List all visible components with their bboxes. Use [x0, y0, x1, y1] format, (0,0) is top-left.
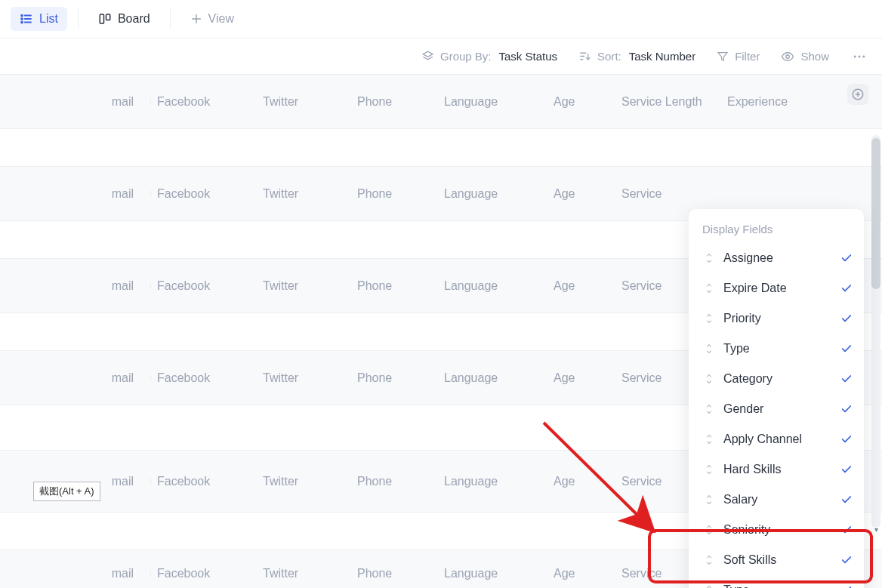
- drag-handle-icon[interactable]: [702, 555, 716, 565]
- col-email[interactable]: mail: [0, 187, 151, 201]
- table-area: mail Facebook Twitter Phone Language Age…: [0, 74, 882, 588]
- svg-marker-10: [423, 51, 433, 57]
- col-phone[interactable]: Phone: [351, 475, 438, 488]
- display-field-label: Apply Channel: [723, 433, 840, 446]
- col-email[interactable]: mail: [0, 279, 151, 293]
- drag-handle-icon[interactable]: [702, 464, 716, 475]
- check-icon: [840, 463, 853, 476]
- drag-handle-icon[interactable]: [702, 374, 716, 384]
- col-language[interactable]: Language: [438, 279, 547, 293]
- col-age[interactable]: Age: [547, 475, 615, 488]
- stack-icon: [421, 50, 434, 63]
- col-facebook[interactable]: Facebook: [151, 187, 257, 201]
- col-email[interactable]: mail: [0, 567, 151, 580]
- display-field-salary[interactable]: Salary: [693, 485, 859, 515]
- check-icon: [840, 433, 853, 445]
- col-twitter[interactable]: Twitter: [257, 475, 351, 488]
- col-language[interactable]: Language: [438, 187, 547, 201]
- scrollbar-thumb[interactable]: [871, 138, 880, 289]
- display-field-priority[interactable]: Priority: [693, 303, 859, 334]
- display-field-soft-skills[interactable]: Soft Skills: [693, 545, 859, 575]
- display-field-type[interactable]: Type: [693, 575, 859, 588]
- col-twitter[interactable]: Twitter: [257, 371, 351, 385]
- col-age[interactable]: Age: [547, 567, 615, 580]
- add-view-button[interactable]: View: [181, 7, 243, 31]
- drag-handle-icon[interactable]: [702, 434, 716, 445]
- col-facebook[interactable]: Facebook: [151, 371, 257, 385]
- display-field-label: Type: [723, 342, 840, 356]
- display-field-seniority[interactable]: Seniority: [693, 515, 859, 545]
- plus-icon: [190, 13, 202, 25]
- display-field-hard-skills[interactable]: Hard Skills: [693, 454, 859, 485]
- filter-control[interactable]: Filter: [717, 50, 760, 63]
- col-language[interactable]: Language: [438, 567, 547, 580]
- display-field-label: Salary: [723, 493, 840, 506]
- divider: [78, 8, 79, 29]
- display-field-expire-date[interactable]: Expire Date: [693, 273, 859, 303]
- drag-handle-icon[interactable]: [702, 343, 716, 354]
- drag-handle-icon[interactable]: [702, 253, 716, 263]
- add-column-button[interactable]: [847, 84, 868, 105]
- svg-marker-14: [718, 52, 727, 60]
- display-field-label: Gender: [723, 402, 840, 416]
- display-field-label: Category: [723, 372, 840, 386]
- col-language[interactable]: Language: [438, 371, 547, 385]
- col-facebook[interactable]: Facebook: [151, 475, 257, 488]
- display-field-label: Seniority: [723, 523, 840, 537]
- col-phone[interactable]: Phone: [351, 95, 438, 109]
- col-age[interactable]: Age: [547, 279, 615, 293]
- drag-handle-icon[interactable]: [702, 283, 716, 294]
- add-view-label: View: [208, 12, 234, 26]
- col-language[interactable]: Language: [438, 475, 547, 488]
- drag-handle-icon[interactable]: [702, 404, 716, 414]
- svg-point-0: [21, 15, 23, 17]
- check-icon: [840, 584, 853, 588]
- col-facebook[interactable]: Facebook: [151, 567, 257, 580]
- col-facebook[interactable]: Facebook: [151, 95, 257, 109]
- drag-handle-icon[interactable]: [702, 313, 716, 324]
- col-phone[interactable]: Phone: [351, 187, 438, 201]
- show-control[interactable]: Show: [781, 50, 829, 63]
- sort-icon: [578, 50, 591, 63]
- col-phone[interactable]: Phone: [351, 567, 438, 580]
- check-icon: [840, 403, 853, 415]
- col-age[interactable]: Age: [547, 95, 615, 109]
- drag-handle-icon[interactable]: [702, 525, 716, 535]
- scrollbar-arrow-down-icon[interactable]: ▾: [871, 525, 880, 534]
- check-icon: [840, 312, 853, 325]
- col-phone[interactable]: Phone: [351, 371, 438, 385]
- col-experience[interactable]: Experience: [721, 95, 819, 109]
- col-age[interactable]: Age: [547, 371, 615, 385]
- col-service-length[interactable]: Service Length: [615, 95, 721, 109]
- display-field-label: Assignee: [723, 251, 840, 265]
- svg-point-2: [21, 18, 23, 20]
- display-field-category[interactable]: Category: [693, 364, 859, 394]
- col-twitter[interactable]: Twitter: [257, 279, 351, 293]
- display-field-apply-channel[interactable]: Apply Channel: [693, 424, 859, 454]
- more-menu-button[interactable]: [850, 48, 868, 66]
- display-field-label: Priority: [723, 312, 840, 325]
- group-by-control[interactable]: Group By: Task Status: [421, 50, 557, 63]
- view-tab-board[interactable]: Board: [89, 7, 159, 31]
- col-email[interactable]: mail: [0, 95, 151, 109]
- check-icon: [840, 524, 853, 536]
- col-age[interactable]: Age: [547, 187, 615, 201]
- col-twitter[interactable]: Twitter: [257, 567, 351, 580]
- col-twitter[interactable]: Twitter: [257, 187, 351, 201]
- display-field-type[interactable]: Type: [693, 334, 859, 364]
- col-email[interactable]: mail: [0, 371, 151, 385]
- col-facebook[interactable]: Facebook: [151, 279, 257, 293]
- col-twitter[interactable]: Twitter: [257, 95, 351, 109]
- group-spacer: [0, 129, 882, 167]
- view-tab-list[interactable]: List: [11, 7, 67, 31]
- display-field-gender[interactable]: Gender: [693, 394, 859, 424]
- col-language[interactable]: Language: [438, 95, 547, 109]
- display-field-assignee[interactable]: Assignee: [693, 243, 859, 273]
- drag-handle-icon[interactable]: [702, 585, 716, 588]
- drag-handle-icon[interactable]: [702, 494, 716, 505]
- col-phone[interactable]: Phone: [351, 279, 438, 293]
- check-icon: [840, 282, 853, 294]
- eye-icon: [781, 50, 794, 63]
- col-service-length[interactable]: Service: [615, 187, 721, 201]
- sort-control[interactable]: Sort: Task Number: [578, 50, 695, 63]
